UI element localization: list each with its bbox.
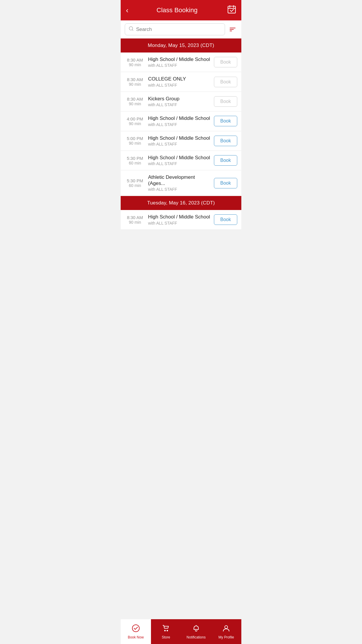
search-input[interactable]	[136, 27, 221, 32]
book-button[interactable]: Book	[214, 116, 237, 126]
class-time: 8:30 AM90 min	[125, 215, 145, 225]
class-name: High School / Middle School	[148, 116, 211, 121]
svg-line-5	[132, 29, 133, 30]
class-info: High School / Middle Schoolwith ALL STAF…	[148, 214, 211, 225]
date-header-0: Monday, May 15, 2023 (CDT)	[121, 38, 241, 52]
class-time: 8:30 AM90 min	[125, 57, 145, 67]
search-bar	[121, 20, 241, 38]
class-staff: with ALL STAFF	[148, 221, 211, 225]
class-time-value: 8:30 AM	[125, 57, 145, 62]
book-button[interactable]: Book	[214, 155, 237, 166]
class-time-value: 5:00 PM	[125, 136, 145, 141]
class-duration: 60 min	[125, 161, 145, 165]
class-info: High School / Middle Schoolwith ALL STAF…	[148, 135, 211, 146]
class-time: 5:00 PM90 min	[125, 136, 145, 146]
class-info: Athletic Development (Ages...with ALL ST…	[148, 174, 211, 192]
class-row: 8:30 AM90 minKickers Groupwith ALL STAFF…	[121, 92, 241, 111]
search-input-wrapper[interactable]	[125, 23, 225, 35]
book-button[interactable]: Book	[214, 178, 237, 188]
class-duration: 90 min	[125, 121, 145, 126]
class-name: Kickers Group	[148, 96, 211, 102]
date-header-1: Tuesday, May 16, 2023 (CDT)	[121, 196, 241, 210]
class-duration: 90 min	[125, 220, 145, 225]
class-time-value: 5:30 PM	[125, 178, 145, 183]
class-staff: with ALL STAFF	[148, 187, 211, 192]
class-info: High School / Middle Schoolwith ALL STAF…	[148, 57, 211, 68]
page-title: Class Booking	[129, 6, 226, 14]
svg-rect-0	[228, 6, 236, 13]
book-button[interactable]: Book	[214, 136, 237, 146]
book-button: Book	[214, 77, 237, 87]
search-icon	[129, 26, 134, 33]
class-info: Kickers Groupwith ALL STAFF	[148, 96, 211, 107]
class-duration: 90 min	[125, 102, 145, 106]
class-name: High School / Middle School	[148, 135, 211, 141]
class-time: 8:30 AM90 min	[125, 77, 145, 87]
filter-icon	[230, 29, 234, 30]
class-time-value: 4:00 PM	[125, 116, 145, 121]
class-time-value: 8:30 AM	[125, 215, 145, 220]
class-row: 8:30 AM90 minCOLLEGE ONLYwith ALL STAFFB…	[121, 72, 241, 92]
class-row: 5:30 PM60 minAthletic Development (Ages.…	[121, 170, 241, 196]
book-button[interactable]: Book	[214, 214, 237, 225]
class-name: High School / Middle School	[148, 214, 211, 220]
class-time: 4:00 PM90 min	[125, 116, 145, 126]
class-staff: with ALL STAFF	[148, 122, 211, 127]
class-row: 5:30 PM60 minHigh School / Middle School…	[121, 151, 241, 170]
class-staff: with ALL STAFF	[148, 161, 211, 166]
class-staff: with ALL STAFF	[148, 63, 211, 68]
class-time-value: 8:30 AM	[125, 97, 145, 102]
calendar-check-icon	[227, 5, 236, 14]
class-duration: 90 min	[125, 62, 145, 67]
class-info: High School / Middle Schoolwith ALL STAF…	[148, 116, 211, 127]
class-row: 8:30 AM90 minHigh School / Middle School…	[121, 52, 241, 72]
back-button[interactable]: ‹	[126, 6, 129, 14]
class-duration: 90 min	[125, 141, 145, 146]
class-staff: with ALL STAFF	[148, 102, 211, 107]
class-row: 4:00 PM90 minHigh School / Middle School…	[121, 111, 241, 131]
filter-button[interactable]	[228, 26, 237, 33]
class-name: High School / Middle School	[148, 155, 211, 161]
filter-icon	[230, 31, 232, 31]
class-name: High School / Middle School	[148, 57, 211, 62]
class-staff: with ALL STAFF	[148, 83, 211, 88]
class-list-content: Monday, May 15, 2023 (CDT)8:30 AM90 minH…	[121, 38, 241, 256]
class-time: 5:30 PM60 min	[125, 178, 145, 188]
book-button: Book	[214, 57, 237, 67]
filter-icon	[230, 28, 236, 28]
class-info: COLLEGE ONLYwith ALL STAFF	[148, 76, 211, 87]
class-time-value: 5:30 PM	[125, 156, 145, 161]
class-duration: 60 min	[125, 183, 145, 188]
app-header: ‹ Class Booking	[121, 0, 241, 20]
class-time: 8:30 AM90 min	[125, 97, 145, 106]
class-name: COLLEGE ONLY	[148, 76, 211, 82]
class-staff: with ALL STAFF	[148, 142, 211, 146]
class-row: 5:00 PM90 minHigh School / Middle School…	[121, 131, 241, 151]
class-info: High School / Middle Schoolwith ALL STAF…	[148, 155, 211, 166]
class-name: Athletic Development (Ages...	[148, 174, 211, 186]
class-time-value: 8:30 AM	[125, 77, 145, 82]
class-duration: 90 min	[125, 82, 145, 87]
class-row: 8:30 AM90 minHigh School / Middle School…	[121, 210, 241, 230]
book-button: Book	[214, 96, 237, 107]
class-time: 5:30 PM60 min	[125, 156, 145, 165]
calendar-icon[interactable]	[226, 5, 236, 15]
